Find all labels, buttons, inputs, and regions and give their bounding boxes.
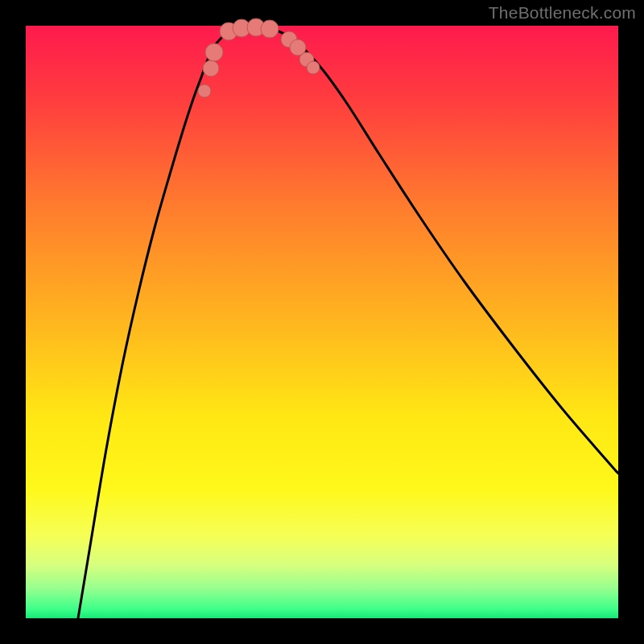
data-marker-0	[198, 85, 211, 97]
watermark-text: TheBottleneck.com	[489, 3, 636, 23]
chart-frame: TheBottleneck.com	[0, 0, 644, 644]
data-marker-2	[205, 43, 223, 61]
data-marker-10	[307, 61, 320, 74]
curve-right-curve	[250, 27, 618, 473]
data-marker-1	[203, 60, 219, 76]
data-marker-6	[261, 20, 279, 38]
curves-layer	[26, 26, 618, 618]
plot-area	[26, 26, 618, 618]
curve-left-curve	[78, 27, 250, 618]
